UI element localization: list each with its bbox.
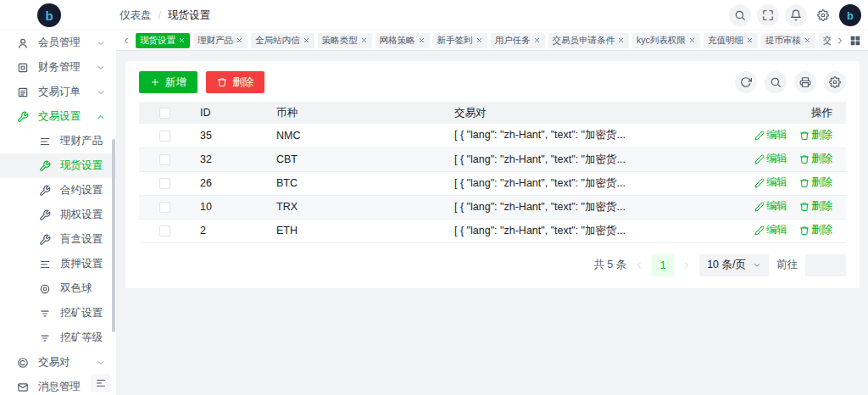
page-size-select[interactable]: 10 条/页	[699, 254, 769, 276]
close-icon[interactable]	[476, 36, 483, 44]
edit-label: 编辑	[766, 175, 787, 190]
main-content: 新增 删除 ID币种交易对操作	[116, 51, 868, 395]
target-icon	[39, 283, 51, 295]
menu-fold-icon	[96, 378, 106, 388]
sidebar-item-9[interactable]: 质押设置	[0, 252, 116, 276]
edit-icon	[754, 225, 765, 236]
sidebar-item-11[interactable]: 挖矿设置	[0, 301, 116, 325]
close-icon[interactable]	[533, 36, 541, 44]
next-page-button[interactable]	[682, 260, 692, 270]
sidebar-item-2[interactable]: 交易订单	[0, 80, 116, 104]
row-delete-button[interactable]: 删除	[799, 152, 832, 166]
edit-icon	[754, 178, 765, 188]
close-icon[interactable]	[236, 36, 243, 44]
tab-11[interactable]: 交易流水	[819, 33, 831, 48]
notification-button[interactable]	[785, 4, 807, 26]
mail-icon	[17, 381, 29, 393]
edit-button[interactable]: 编辑	[754, 175, 787, 190]
refresh-button[interactable]	[735, 71, 757, 93]
tab-10[interactable]: 提币审核	[761, 33, 815, 48]
close-icon[interactable]	[303, 36, 310, 44]
sidebar-item-1[interactable]: 财务管理	[0, 55, 116, 80]
sidebar-item-label: 交易设置	[38, 109, 81, 124]
close-icon[interactable]	[178, 36, 186, 44]
tabs-scroll-right-button[interactable]	[835, 36, 845, 46]
avatar[interactable]: b	[839, 4, 861, 26]
edit-button[interactable]: 编辑	[754, 128, 787, 142]
sidebar-item-13[interactable]: 交易对	[0, 350, 116, 375]
row-checkbox[interactable]	[159, 154, 170, 165]
search-button[interactable]	[729, 4, 751, 26]
close-icon[interactable]	[688, 36, 696, 44]
tab-6[interactable]: 用户任务	[491, 33, 545, 48]
select-all-checkbox[interactable]	[159, 108, 170, 119]
row-checkbox[interactable]	[159, 131, 170, 142]
row-checkbox[interactable]	[159, 178, 170, 189]
table-search-button[interactable]	[765, 71, 787, 93]
sidebar-scrollbar[interactable]	[112, 139, 115, 332]
edit-button[interactable]: 编辑	[754, 223, 787, 237]
goto-page-input[interactable]	[805, 254, 846, 276]
fullscreen-icon	[762, 9, 774, 21]
table-settings-button[interactable]	[824, 71, 846, 93]
tab-label: 策略类型	[322, 35, 358, 47]
tab-7[interactable]: 交易员申请条件	[548, 33, 630, 48]
edit-button[interactable]: 编辑	[754, 152, 787, 166]
sidebar-item-10[interactable]: 双色球	[0, 276, 116, 301]
close-icon[interactable]	[360, 36, 368, 44]
print-button[interactable]	[794, 71, 816, 93]
table-toolbar-icons	[735, 71, 846, 93]
sidebar-item-label: 交易对	[38, 355, 70, 370]
row-delete-button[interactable]: 删除	[799, 128, 832, 142]
refresh-icon	[740, 76, 752, 88]
tab-5[interactable]: 新手签到	[433, 33, 487, 48]
tab-0[interactable]: 现货设置	[136, 33, 190, 48]
trash-icon	[799, 225, 810, 236]
prev-page-button[interactable]	[634, 260, 644, 270]
close-icon[interactable]	[418, 36, 426, 44]
tabs-scroll-left-button[interactable]	[121, 36, 131, 46]
tab-3[interactable]: 策略类型	[318, 33, 372, 48]
tab-4[interactable]: 网格策略	[376, 33, 430, 48]
close-icon[interactable]	[746, 36, 754, 44]
tab-9[interactable]: 充值明细	[704, 33, 758, 48]
sidebar-item-5[interactable]: 现货设置	[0, 153, 116, 178]
sidebar-item-0[interactable]: 会员管理	[0, 31, 116, 55]
search-icon	[734, 9, 746, 21]
row-delete-button[interactable]: 删除	[799, 175, 832, 190]
sidebar-item-label: 双色球	[60, 281, 92, 296]
sidebar-item-8[interactable]: 盲盒设置	[0, 227, 116, 252]
sidebar-item-12[interactable]: 挖矿等级	[0, 325, 116, 350]
tab-2[interactable]: 全局站内信	[251, 33, 314, 48]
sidebar-item-3[interactable]: 交易设置	[0, 104, 116, 129]
bell-icon	[790, 9, 802, 21]
table-row: 10TRX[ { "lang": "zh-Hant", "text": "加密货…	[139, 195, 846, 219]
page-number[interactable]: 1	[652, 254, 674, 276]
app-logo: b	[37, 3, 61, 27]
tab-options-grid-button[interactable]	[849, 35, 861, 47]
tab-1[interactable]: 理财产品	[193, 33, 248, 48]
tab-8[interactable]: kyc列表权限	[632, 33, 700, 48]
fullscreen-button[interactable]	[757, 4, 779, 26]
settings-button[interactable]	[813, 5, 833, 25]
sidebar-item-4[interactable]: 理财产品	[0, 129, 116, 153]
edit-button[interactable]: 编辑	[754, 199, 787, 214]
collapse-menu-button[interactable]	[91, 374, 111, 392]
plus-icon	[150, 77, 160, 87]
sidebar-item-6[interactable]: 合约设置	[0, 178, 116, 203]
row-delete-button[interactable]: 删除	[799, 199, 832, 214]
sidebar-item-7[interactable]: 期权设置	[0, 203, 116, 227]
align-icon	[39, 136, 51, 147]
logo-letter: b	[45, 8, 53, 23]
close-icon[interactable]	[804, 36, 811, 44]
delete-button[interactable]: 删除	[206, 71, 264, 93]
row-checkbox[interactable]	[159, 202, 170, 213]
add-button[interactable]: 新增	[139, 71, 198, 93]
search-icon	[770, 76, 782, 88]
close-icon[interactable]	[617, 36, 625, 44]
trash-icon	[799, 131, 810, 141]
tab-label: 充值明细	[708, 35, 743, 47]
row-checkbox[interactable]	[159, 225, 170, 236]
breadcrumb-item-dashboard[interactable]: 仪表盘	[120, 8, 152, 23]
row-delete-button[interactable]: 删除	[799, 223, 832, 237]
